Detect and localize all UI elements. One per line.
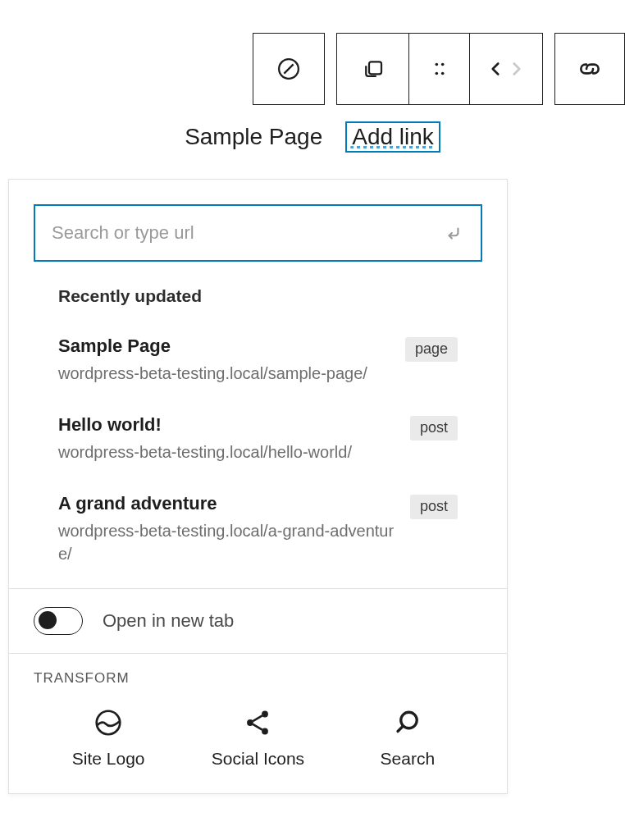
transform-site-logo[interactable]: Site Logo: [43, 708, 174, 769]
svg-point-9: [248, 719, 254, 726]
search-result-item[interactable]: Hello world! wordpress-beta-testing.loca…: [58, 399, 458, 478]
nav-item-sample-page[interactable]: Sample Page: [185, 124, 322, 150]
link-button[interactable]: [555, 34, 624, 104]
enter-icon: [443, 222, 464, 244]
share-icon: [243, 708, 272, 737]
recently-updated-label: Recently updated: [9, 278, 507, 321]
result-url: wordpress-beta-testing.local/sample-page…: [58, 362, 392, 385]
drag-handle[interactable]: [409, 34, 470, 104]
transform-section: Transform Site Logo Social Icons: [9, 654, 507, 793]
link-icon: [577, 56, 603, 82]
block-toolbar: [253, 33, 625, 105]
drag-icon: [431, 60, 449, 78]
transform-heading: Transform: [34, 670, 482, 687]
svg-point-8: [262, 711, 269, 718]
chevron-left-icon[interactable]: [485, 58, 506, 80]
link-control-popover: Recently updated Sample Page wordpress-b…: [8, 179, 508, 794]
search-icon: [393, 708, 422, 737]
toolbar-group-link: [554, 33, 625, 105]
result-title: Hello world!: [58, 414, 397, 436]
search-section: [9, 180, 507, 278]
result-title: Sample Page: [58, 336, 392, 357]
result-title: A grand adventure: [58, 493, 397, 514]
open-new-tab-row: Open in new tab: [9, 589, 507, 653]
result-url: wordpress-beta-testing.local/a-grand-adv…: [58, 519, 397, 565]
transform-social-icons[interactable]: Social Icons: [192, 708, 323, 769]
search-result-item[interactable]: Sample Page wordpress-beta-testing.local…: [58, 321, 458, 399]
open-new-tab-toggle[interactable]: [34, 607, 83, 635]
toggle-knob: [39, 611, 57, 629]
result-type-badge: post: [410, 495, 458, 519]
link-search-input[interactable]: [52, 222, 443, 244]
transform-label: Search: [381, 749, 436, 769]
navigation-block-button[interactable]: [253, 33, 325, 105]
result-url: wordpress-beta-testing.local/hello-world…: [58, 441, 397, 463]
toolbar-group: [336, 33, 543, 105]
parent-block-icon: [361, 57, 385, 81]
transform-search[interactable]: Search: [342, 708, 473, 769]
svg-rect-2: [369, 62, 381, 74]
svg-point-4: [440, 63, 444, 66]
search-result-item[interactable]: A grand adventure wordpress-beta-testing…: [58, 478, 458, 588]
select-parent-button[interactable]: [337, 34, 409, 104]
search-input-wrapper: [34, 204, 482, 262]
result-type-badge: post: [410, 416, 458, 441]
svg-point-10: [262, 728, 269, 735]
open-new-tab-label: Open in new tab: [103, 610, 234, 632]
result-type-badge: page: [405, 337, 458, 362]
svg-line-11: [253, 715, 262, 721]
site-logo-icon: [94, 708, 123, 737]
transform-label: Social Icons: [212, 749, 304, 769]
move-controls: [470, 34, 542, 104]
svg-line-1: [284, 64, 293, 73]
chevron-right-icon: [506, 58, 527, 80]
compass-icon: [276, 57, 301, 81]
search-results: Sample Page wordpress-beta-testing.local…: [9, 321, 507, 588]
navigation-items: Sample Page Add link: [0, 121, 625, 153]
transform-label: Site Logo: [72, 749, 145, 769]
svg-point-6: [440, 72, 444, 75]
svg-point-5: [435, 72, 438, 75]
nav-item-add-link[interactable]: Add link: [345, 121, 440, 153]
svg-line-12: [253, 724, 262, 730]
svg-line-14: [398, 727, 403, 732]
svg-point-3: [435, 63, 438, 66]
